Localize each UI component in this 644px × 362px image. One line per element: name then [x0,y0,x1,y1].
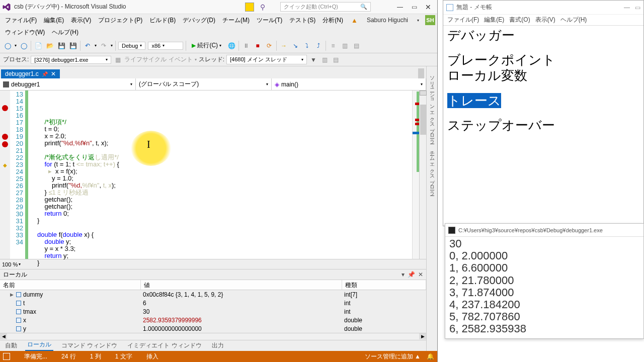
col-type[interactable]: 種類 [342,280,426,290]
vs-titlebar[interactable]: csb (デバッグ中) - Microsoft Visual Studio ⚲ … [0,0,437,14]
np-menu-view[interactable]: 表示(V) [535,16,555,24]
maximize-button[interactable]: ▭ [407,2,421,13]
locals-row[interactable]: tmax 30 int [0,307,426,316]
panel-close-icon[interactable]: ✕ [418,271,423,278]
code-line[interactable]: y = 1.0; [37,175,412,182]
open-icon[interactable]: 📂 [45,41,54,50]
col-name[interactable]: 名前 [0,280,141,290]
locals-row[interactable]: y 1.0000000000000000 double [0,324,426,333]
status-icon[interactable] [3,353,10,360]
continue-button[interactable]: ▶続行(C)▾ [189,41,224,50]
code-line[interactable]: getchar(); [37,203,412,210]
stack2-icon[interactable]: ▤ [331,55,340,64]
project-selector[interactable]: debugger1▾ [0,78,136,90]
save-icon[interactable]: 💾 [57,41,66,50]
filter-icon2[interactable]: ▼ [309,55,318,64]
close-button[interactable]: ✕ [421,2,435,13]
breakpoint-icon[interactable] [2,134,8,140]
code-line[interactable]: /*漸化式をくり返し適用*/ [37,154,412,161]
status-source-control[interactable]: ソース管理に追加 ▲ [365,352,421,361]
platform-dropdown[interactable]: x86▾ [148,42,183,50]
code-line[interactable]: for (t = 1; t <= tmax; t++) { [37,161,412,168]
tool-c-icon[interactable]: ▤ [352,41,361,50]
np-min-button[interactable]: — [624,4,630,11]
menu-debug[interactable]: デバッグ(D) [180,15,218,26]
menu-file[interactable]: ファイル(F) [2,15,40,26]
restart-icon[interactable]: ⟳ [265,41,274,50]
undo-icon[interactable]: ↶ [83,41,92,50]
np-menu-file[interactable]: ファイル(F) [447,16,479,24]
menu-tools[interactable]: ツール(T) [254,15,285,26]
locals-hscroll[interactable]: ◀ ▶ [0,333,426,340]
warning-icon[interactable]: ▲ [348,16,361,25]
menu-team[interactable]: チーム(M) [219,15,253,26]
scope-selector[interactable]: (グローバル スコープ)▾ [136,78,272,90]
pause-icon[interactable]: ⏸ [242,41,251,50]
stop-icon[interactable]: ■ [253,41,262,50]
code-line[interactable]: /*初項*/ [37,119,412,126]
menu-build[interactable]: ビルド(B) [146,15,179,26]
code-line[interactable]: } [37,259,412,266]
user-name[interactable]: Saburo Higuchi [364,16,411,25]
np-max-button[interactable]: ▭ [635,4,640,11]
tab-local[interactable]: ローカル [25,339,53,351]
code-line[interactable]: } [37,217,412,224]
redo-icon[interactable]: ↷ [99,41,108,50]
new-icon[interactable]: 📄 [34,41,43,50]
nav-fwd-icon[interactable]: ◯ [19,41,28,50]
browser-icon[interactable]: 🌐 [227,41,236,50]
step-out-icon[interactable]: ⤴ [314,41,323,50]
split-handle-icon[interactable] [420,90,427,96]
code-line[interactable]: getchar(); [37,196,412,203]
code-line[interactable]: double y; [37,238,412,245]
tool-b-icon[interactable]: ▥ [340,41,349,50]
menu-analyze[interactable]: 分析(N) [319,15,346,26]
tab-command[interactable]: コマンド ウィンドウ [59,340,119,351]
pin-icon[interactable]: 📌 [42,71,48,77]
show-next-icon[interactable]: → [279,41,288,50]
editor-scrollbar[interactable] [419,90,426,259]
code-line[interactable] [37,266,412,274]
thread-dropdown[interactable]: [4680] メイン スレッド▾ [226,55,307,64]
code-line[interactable] [37,224,412,231]
locals-row[interactable]: ▶dummy 0x00c8f84c {3, 1, 4, 1, 5, 9, 2} … [0,290,426,299]
nav-back-icon[interactable]: ◯ [3,41,12,50]
team-explorer-tab[interactable]: チーム エクスプローラー [429,145,436,195]
tab-close-icon[interactable]: ✕ [51,70,56,77]
tab-auto[interactable]: 自動 [3,340,19,351]
save-all-icon[interactable]: 💾 [68,41,77,50]
tab-immediate[interactable]: イミディエイト ウィンドウ [125,340,203,351]
code-line[interactable]: return y; [37,252,412,259]
menu-project[interactable]: プロジェクト(P) [95,15,145,26]
filter-icon[interactable] [245,3,254,12]
code-line[interactable]: ▸ x = f(x); [37,168,412,175]
code-line[interactable]: printf("%d,%f¥n", t, x); [37,182,412,189]
col-value[interactable]: 値 [141,280,342,290]
code-line[interactable]: t = 0; [37,126,412,133]
code-line[interactable]: x = 2.0; [37,133,412,140]
user-badge[interactable]: SH [425,15,435,25]
console-body[interactable]: 300, 2.0000001, 6.6000002, 21.7800003, 7… [445,237,643,338]
minimize-button[interactable]: — [393,2,407,13]
menu-edit[interactable]: 編集(E) [41,15,67,26]
np-menu-help[interactable]: ヘルプ(H) [560,16,587,24]
tab-scroll-icon[interactable] [418,68,424,78]
np-menu-format[interactable]: 書式(O) [509,16,530,24]
tab-debugger1-c[interactable]: debugger1.c 📌 ✕ [1,69,60,78]
minimap[interactable] [412,90,419,259]
tab-output[interactable]: 出力 [210,340,226,351]
step-over-icon[interactable]: ⤵ [302,41,311,50]
breakpoint-icon[interactable] [2,141,8,147]
code-line[interactable]: y = x * 3.3; [37,245,412,252]
code-line[interactable]: } ≤1ミリ秒経過 [37,189,412,196]
lifecycle-icon[interactable]: ▦ [113,55,122,64]
function-selector[interactable]: ◈main()▾ [272,78,426,90]
notepad-body[interactable]: デバッガー ブレークポイント ローカル変数 トレース ステップオーバー [443,26,643,226]
stack-icon[interactable]: ▥ [320,55,329,64]
quicklaunch-input[interactable]: クイック起動 (Ctrl+Q) 🔍 [280,2,371,12]
menu-view[interactable]: 表示(V) [68,15,94,26]
np-menu-edit[interactable]: 編集(E) [484,16,504,24]
status-notify-icon[interactable]: 🔔 [427,353,434,360]
menu-help[interactable]: ヘルプ(H) [49,27,82,38]
locals-row[interactable]: t 6 int [0,299,426,307]
